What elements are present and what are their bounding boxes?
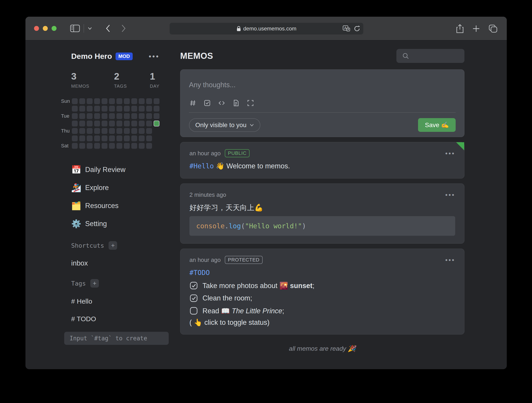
heatmap-cell[interactable] (94, 98, 100, 104)
heatmap-cell[interactable] (139, 98, 145, 104)
heatmap-cell[interactable] (124, 128, 130, 134)
heatmap-cell[interactable] (87, 136, 93, 141)
share-icon[interactable] (456, 24, 463, 33)
heatmap-cell[interactable] (139, 136, 145, 141)
back-button[interactable] (105, 24, 111, 33)
heatmap-cell[interactable] (124, 106, 130, 111)
heatmap-cell[interactable] (101, 121, 108, 126)
close-window-button[interactable] (34, 26, 39, 31)
heatmap-cell[interactable] (124, 98, 130, 104)
heatmap-cell[interactable] (131, 106, 137, 111)
heatmap-cell[interactable] (94, 106, 100, 111)
reload-icon[interactable] (354, 25, 360, 32)
heatmap-cell[interactable] (116, 106, 122, 111)
code-icon[interactable] (218, 99, 225, 107)
tag-item[interactable]: # TODO (71, 315, 180, 323)
heatmap-cell[interactable] (116, 136, 122, 141)
heatmap-cell[interactable] (79, 113, 85, 119)
memo-menu-button[interactable]: ●●● (445, 151, 455, 156)
heatmap-cell[interactable] (139, 128, 145, 134)
tag-item[interactable]: # Hello (71, 298, 180, 305)
add-shortcut-button[interactable]: + (108, 241, 117, 250)
heatmap-cell[interactable] (79, 106, 85, 111)
heatmap-cell[interactable] (124, 136, 130, 141)
heatmap-cell[interactable] (131, 128, 137, 134)
heatmap-cell[interactable] (101, 98, 108, 104)
heatmap-cell[interactable] (109, 143, 115, 149)
heatmap-cell[interactable] (131, 98, 137, 104)
fullscreen-icon[interactable] (247, 99, 254, 107)
heatmap-cell[interactable] (131, 143, 137, 149)
forward-button[interactable] (121, 24, 126, 33)
checkbox-unchecked-icon[interactable] (190, 306, 198, 315)
heatmap-cell[interactable] (146, 136, 152, 141)
heatmap-cell[interactable] (101, 143, 108, 149)
heatmap-cell[interactable] (109, 121, 115, 126)
user-menu-button[interactable]: ●●● (149, 54, 159, 59)
heatmap-cell[interactable] (72, 98, 78, 104)
heatmap-cell[interactable] (101, 128, 108, 134)
sidebar-toggle-icon[interactable] (70, 24, 80, 32)
heatmap-cell[interactable] (87, 143, 93, 149)
heatmap-cell[interactable] (131, 121, 137, 126)
document-icon[interactable] (232, 99, 240, 107)
heatmap-cell[interactable] (101, 113, 108, 119)
heatmap-cell[interactable] (131, 113, 137, 119)
heatmap-cell[interactable] (72, 136, 78, 141)
heatmap-cell[interactable] (72, 121, 78, 126)
heatmap-cell[interactable] (79, 98, 85, 104)
search-input[interactable] (396, 49, 464, 63)
memo-editor[interactable]: Any thoughts... Only visible to you Save… (180, 69, 464, 137)
memo-tag[interactable]: #Hello (190, 162, 214, 170)
heatmap-cell[interactable] (139, 121, 145, 126)
heatmap-cell[interactable] (154, 106, 159, 111)
sidebar-item-explore[interactable]: 🏂Explore (71, 181, 180, 195)
heatmap-cell[interactable] (87, 98, 93, 104)
heatmap-cell[interactable] (139, 113, 145, 119)
checkbox-checked-icon[interactable] (190, 294, 198, 302)
minimize-window-button[interactable] (43, 26, 48, 31)
heatmap-cell[interactable] (87, 106, 93, 111)
tab-overview-icon[interactable] (489, 25, 497, 33)
heatmap-cell[interactable] (116, 98, 122, 104)
tag-create-input[interactable] (64, 332, 169, 345)
heatmap-cell[interactable] (94, 121, 100, 126)
new-tab-icon[interactable] (473, 25, 480, 32)
heatmap-cell[interactable] (72, 143, 78, 149)
hash-icon[interactable] (189, 99, 197, 107)
user-name[interactable]: Demo Hero (71, 52, 112, 61)
url-bar[interactable]: demo.usememos.com A (170, 23, 363, 34)
zoom-window-button[interactable] (51, 26, 57, 31)
memo-menu-button[interactable]: ●●● (445, 193, 455, 197)
heatmap-cell[interactable] (94, 113, 100, 119)
heatmap-cell[interactable] (109, 98, 115, 104)
sidebar-item-setting[interactable]: ⚙️Setting (71, 217, 180, 231)
heatmap-cell[interactable] (72, 128, 78, 134)
heatmap-cell[interactable] (79, 121, 85, 126)
heatmap-cell[interactable] (87, 128, 93, 134)
heatmap-cell[interactable] (101, 136, 108, 141)
visibility-select[interactable]: Only visible to you (189, 118, 260, 132)
heatmap-cell[interactable] (124, 113, 130, 119)
heatmap-cell[interactable] (94, 128, 100, 134)
heatmap-cell[interactable] (146, 128, 152, 134)
heatmap-cell[interactable] (116, 121, 122, 126)
translate-icon[interactable]: A (342, 25, 350, 32)
heatmap-cell[interactable] (154, 98, 159, 104)
chevron-down-icon[interactable] (88, 27, 92, 30)
heatmap-cell[interactable] (146, 106, 152, 111)
heatmap-cell[interactable] (94, 136, 100, 141)
sidebar-item-resources[interactable]: 🗂️Resources (71, 199, 180, 213)
heatmap-cell[interactable] (146, 113, 152, 119)
heatmap-cell[interactable] (94, 143, 100, 149)
heatmap-cell[interactable] (79, 136, 85, 141)
heatmap-cell[interactable] (109, 136, 115, 141)
heatmap-cell[interactable] (139, 143, 145, 149)
shortcut-item[interactable]: inbox (71, 259, 180, 267)
heatmap-cell[interactable] (154, 113, 159, 119)
heatmap-cell[interactable] (72, 113, 78, 119)
heatmap-cell[interactable] (87, 113, 93, 119)
heatmap-cell-today[interactable] (154, 121, 159, 126)
heatmap-cell[interactable] (79, 128, 85, 134)
heatmap-cell[interactable] (109, 113, 115, 119)
